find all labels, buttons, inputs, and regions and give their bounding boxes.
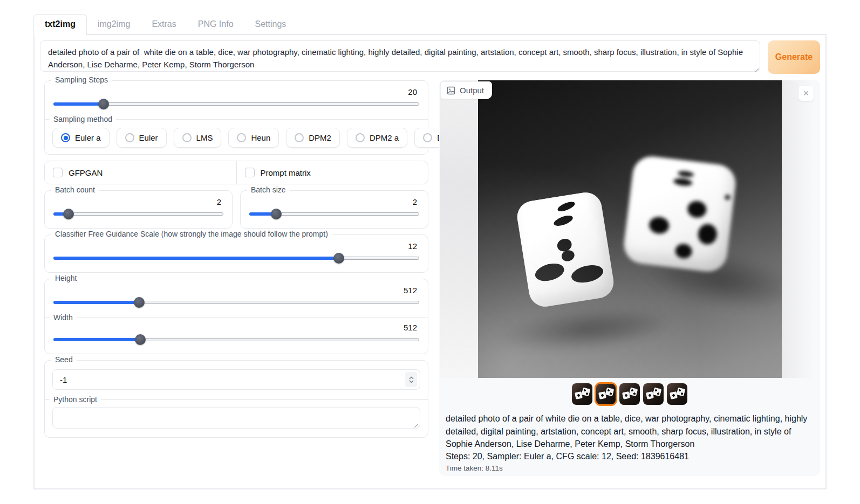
toggles-panel: GFPGAN Prompt matrix: [44, 161, 428, 184]
die-right: [622, 154, 738, 274]
tab-extras[interactable]: Extras: [141, 15, 187, 34]
radio-dot-icon: [295, 133, 304, 142]
settings-column: Sampling Steps 20 Sampling method Euler …: [44, 80, 428, 476]
tab-img2img[interactable]: img2img: [87, 15, 141, 34]
sampling-method-label: Sampling method: [52, 115, 420, 123]
height-label: Height: [51, 274, 80, 282]
gallery-preview: [439, 80, 820, 378]
radio-dot-icon: [182, 133, 192, 142]
caption-prompt: detailed photo of a pair of white die on…: [446, 412, 814, 451]
radio-dpm2-a[interactable]: DPM2 a: [347, 128, 407, 148]
batch-size-value: 2: [248, 197, 420, 207]
die-left: [515, 190, 616, 309]
width-label: Width: [52, 313, 420, 322]
sampling-steps-value: 20: [52, 87, 420, 97]
txt2img-panel: detailed photo of a pair of white die on…: [33, 34, 827, 489]
radio-dot-icon: [61, 133, 70, 142]
thumbnail-2-selected[interactable]: [596, 383, 616, 405]
checkbox-icon: [53, 168, 63, 177]
radio-dot-icon: [237, 133, 246, 142]
dimensions-panel: Height 512 Width 512: [44, 279, 428, 354]
thumbnail-5[interactable]: [667, 383, 687, 405]
radio-dot-icon: [423, 133, 432, 142]
batch-count-label: Batch count: [51, 185, 99, 194]
sampling-panel: Sampling Steps 20 Sampling method Euler …: [44, 80, 428, 155]
gallery-blur-right: [782, 80, 820, 378]
height-slider[interactable]: [53, 297, 419, 308]
tab-settings[interactable]: Settings: [244, 15, 297, 34]
gallery-thumbnails: [439, 382, 820, 406]
seed-input[interactable]: [52, 369, 420, 390]
python-script-label: Python script: [52, 395, 420, 404]
radio-lms[interactable]: LMS: [174, 128, 222, 148]
close-icon[interactable]: ×: [798, 86, 814, 101]
height-value: 512: [52, 286, 420, 295]
radio-euler-a[interactable]: Euler a: [52, 128, 110, 148]
image-icon: [447, 86, 455, 95]
radio-heun[interactable]: Heun: [228, 128, 279, 148]
batch-count-value: 2: [52, 197, 224, 207]
generate-button[interactable]: Generate: [768, 40, 820, 74]
thumbnail-1[interactable]: [572, 383, 592, 405]
sampling-method-group: Euler a Euler LMS Heun DPM2 DPM2 a DDIM …: [52, 128, 420, 148]
thumbnail-4[interactable]: [643, 383, 664, 405]
gallery-blur-left: [440, 80, 478, 378]
tab-txt2img[interactable]: txt2img: [33, 14, 87, 35]
cfg-value: 12: [52, 241, 420, 251]
output-label-chip: Output: [440, 81, 492, 99]
batch-size-panel: Batch size 2: [240, 190, 428, 229]
radio-dot-icon: [125, 133, 134, 142]
gfpgan-checkbox[interactable]: GFPGAN: [45, 161, 236, 184]
number-stepper[interactable]: [405, 372, 417, 387]
thumbnail-3[interactable]: [619, 383, 640, 405]
output-column: Output ×: [439, 80, 820, 476]
batch-count-slider[interactable]: [53, 209, 223, 219]
output-panel: Output ×: [439, 80, 820, 476]
batch-size-label: Batch size: [247, 185, 290, 194]
tab-bar: txt2img img2img Extras PNG Info Settings: [33, 13, 827, 34]
prompt-row: detailed photo of a pair of white die on…: [40, 40, 820, 74]
batch-size-slider[interactable]: [249, 209, 419, 219]
tab-png-info[interactable]: PNG Info: [187, 15, 244, 34]
prompt-matrix-checkbox[interactable]: Prompt matrix: [237, 161, 428, 184]
image-caption: detailed photo of a pair of white die on…: [439, 406, 820, 472]
width-slider[interactable]: [53, 334, 419, 345]
sampling-steps-label: Sampling Steps: [51, 75, 112, 84]
sampling-steps-slider[interactable]: [53, 99, 419, 109]
prompt-input[interactable]: detailed photo of a pair of white die on…: [40, 40, 760, 72]
cfg-label: Classifier Free Guidance Scale (how stro…: [51, 230, 332, 238]
checkbox-icon: [245, 168, 255, 177]
python-script-input[interactable]: [52, 407, 420, 429]
app-root: txt2img img2img Extras PNG Info Settings…: [0, 0, 860, 504]
seed-script-panel: Seed Python script: [44, 360, 428, 438]
caption-params: Steps: 20, Sampler: Euler a, CFG scale: …: [446, 452, 814, 461]
caption-time-taken: Time taken: 8.11s: [446, 464, 814, 472]
width-value: 512: [52, 323, 420, 333]
radio-dot-icon: [356, 133, 365, 142]
chevron-down-icon: [409, 380, 414, 383]
radio-dpm2[interactable]: DPM2: [286, 128, 340, 148]
cfg-panel: Classifier Free Guidance Scale (how stro…: [44, 234, 428, 273]
cfg-slider[interactable]: [53, 253, 419, 264]
seed-label: Seed: [51, 355, 77, 364]
batch-count-panel: Batch count 2: [44, 190, 233, 229]
radio-euler[interactable]: Euler: [117, 128, 167, 148]
generated-image[interactable]: [478, 80, 782, 378]
chevron-up-icon: [409, 376, 414, 379]
